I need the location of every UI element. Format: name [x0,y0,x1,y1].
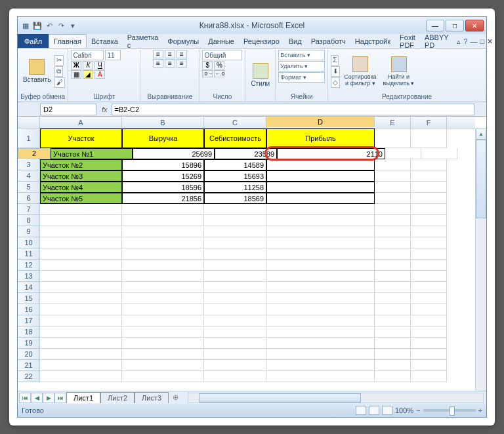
cell-D19[interactable] [266,338,375,349]
cell-E20[interactable] [375,349,411,360]
row-header-18[interactable]: 18 [18,326,40,338]
cell-C17[interactable] [204,315,266,326]
cell-B11[interactable] [122,248,204,260]
row-header-8[interactable]: 8 [18,215,40,226]
tab-layout[interactable]: Разметка с [123,34,163,48]
cell-D7[interactable] [266,204,375,215]
cell-A10[interactable] [40,237,122,248]
tab-home[interactable]: Главная [49,34,87,48]
cell-E14[interactable] [375,282,411,293]
cell-B18[interactable] [122,326,204,338]
number-format[interactable]: Общий [202,50,242,60]
new-sheet-icon[interactable]: ⊕ [169,393,182,402]
font-size[interactable]: 11 [105,50,121,60]
cell-F4[interactable] [411,170,447,182]
sheet-nav-next[interactable]: ▶ [43,393,54,403]
ribbon-minimize-icon[interactable]: ▵ [457,37,461,46]
cell-E5[interactable] [375,182,411,193]
cell-C10[interactable] [204,237,266,248]
cell-D15[interactable] [266,293,375,304]
cell-C11[interactable] [204,248,266,260]
cell-C18[interactable] [204,326,266,338]
cell-A13[interactable] [40,271,122,282]
cell-A8[interactable] [40,215,122,226]
cell-C20[interactable] [204,349,266,360]
copy-icon[interactable]: ⧉ [54,66,63,77]
doc-close-icon[interactable]: ✕ [487,37,493,46]
sheet-nav-first[interactable]: ⏮ [19,393,31,403]
cell-B15[interactable] [122,293,204,304]
cell-F12[interactable] [411,260,447,271]
cut-icon[interactable]: ✂ [54,55,64,66]
cell-C22[interactable] [204,371,266,382]
cell-B16[interactable] [122,304,204,315]
align-top-icon[interactable]: ≡ [153,50,163,58]
formula-input[interactable]: =B2-C2 [112,104,474,115]
cell-E6[interactable] [375,193,411,204]
currency-icon[interactable]: $ [202,61,213,69]
row-header-11[interactable]: 11 [18,248,40,260]
cell-E17[interactable] [375,315,411,326]
cell-F9[interactable] [411,226,447,237]
fx-icon[interactable]: fx [98,106,112,113]
cell-F21[interactable] [411,360,447,371]
cell-C8[interactable] [204,215,266,226]
tab-abbyy[interactable]: ABBYY PD [420,34,453,48]
cell-B9[interactable] [122,226,204,237]
cell-A6[interactable]: Участок №5 [40,193,122,204]
worksheet-grid[interactable]: A B C D E F 1 Участок Выручка Себистоимо… [18,117,486,391]
cell-E1[interactable] [375,128,411,148]
cell-B5[interactable]: 18596 [122,182,204,193]
sheet-nav-last[interactable]: ⏭ [54,393,66,403]
tab-formulas[interactable]: Формулы [163,34,203,48]
vertical-scrollbar[interactable]: ▲ [475,128,486,391]
cell-A22[interactable] [40,371,122,382]
cell-C7[interactable] [204,204,266,215]
sheet-tab-2[interactable]: Лист2 [100,392,135,403]
paste-button[interactable]: Вставить [20,58,53,85]
cell-D3[interactable] [266,159,375,170]
cell-F10[interactable] [411,237,447,248]
cell-D13[interactable] [266,271,375,282]
row-header-19[interactable]: 19 [18,338,40,349]
cell-A4[interactable]: Участок №3 [40,170,122,182]
cell-C4[interactable]: 15693 [204,170,266,182]
file-tab[interactable]: Файл [18,34,49,48]
cell-B1[interactable]: Выручка [122,128,204,148]
find-select-button[interactable]: Найти и выделить ▾ [381,55,417,88]
cell-C14[interactable] [204,282,266,293]
cell-F2[interactable] [421,148,457,159]
cell-C1[interactable]: Себистоимость [204,128,266,148]
cell-D9[interactable] [266,226,375,237]
tab-foxit[interactable]: Foxit PDF [395,34,420,48]
cell-E10[interactable] [375,237,411,248]
cell-D21[interactable] [266,360,375,371]
minimize-button[interactable]: — [426,20,444,31]
col-header-C[interactable]: C [204,117,266,128]
row-header-21[interactable]: 21 [18,360,40,371]
cell-E13[interactable] [375,271,411,282]
maximize-button[interactable]: □ [446,20,464,31]
tab-addins[interactable]: Надстройк [350,34,395,48]
cell-D4[interactable] [266,170,375,182]
cell-B20[interactable] [122,349,204,360]
cell-E9[interactable] [375,226,411,237]
row-header-1[interactable]: 1 [18,128,40,148]
cell-E4[interactable] [375,170,411,182]
cell-C19[interactable] [204,338,266,349]
styles-button[interactable]: Стили [248,62,272,89]
row-header-13[interactable]: 13 [18,271,40,282]
border-button[interactable]: ▦ [71,70,81,79]
cell-B6[interactable]: 21856 [122,193,204,204]
cell-F16[interactable] [411,304,447,315]
row-header-14[interactable]: 14 [18,282,40,293]
zoom-in-icon[interactable]: + [478,406,482,414]
cell-D8[interactable] [266,215,375,226]
save-icon[interactable]: 💾 [32,20,43,31]
cell-A12[interactable] [40,260,122,271]
cell-D22[interactable] [266,371,375,382]
sheet-tab-3[interactable]: Лист3 [135,392,169,403]
underline-button[interactable]: Ч [94,61,105,69]
cell-D6[interactable] [266,193,375,204]
cell-A18[interactable] [40,326,122,338]
